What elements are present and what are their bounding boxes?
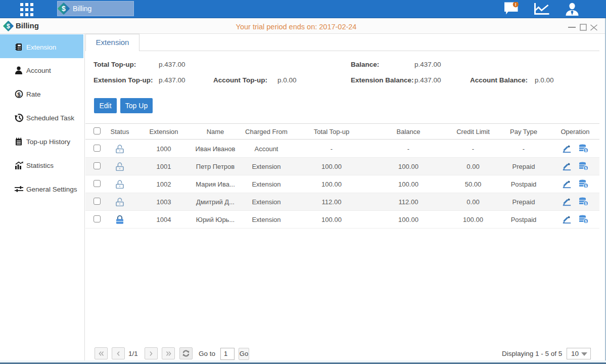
svg-text:$: $ bbox=[62, 5, 66, 13]
svg-text:$: $ bbox=[17, 91, 21, 97]
svg-text:$: $ bbox=[7, 23, 10, 30]
svg-text:!: ! bbox=[515, 2, 517, 7]
